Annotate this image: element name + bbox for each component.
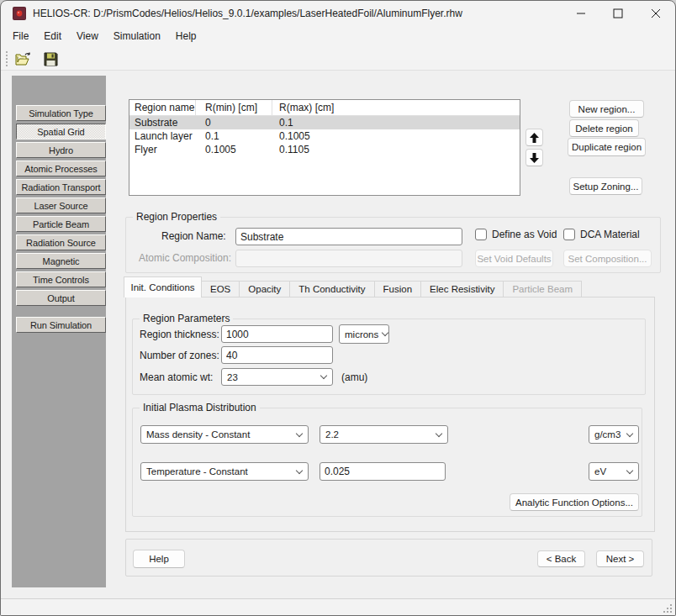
region-thickness-label: Region thickness:: [140, 329, 219, 340]
table-row-substrate[interactable]: Substrate 0 0.1: [129, 116, 520, 129]
region-parameters-group: Region Parameters Region thickness: micr…: [132, 319, 646, 395]
delete-region-button[interactable]: Delete region: [569, 119, 639, 137]
cell-rmax: 0.1: [272, 116, 520, 129]
temperature-unit-select[interactable]: eV: [589, 462, 639, 481]
minimize-icon: [576, 8, 586, 18]
chevron-down-icon: [382, 329, 388, 336]
region-properties-title: Region Properties: [133, 211, 220, 223]
sidebar-item-time-controls[interactable]: Time Controls: [16, 271, 106, 287]
dca-material-label: DCA Material: [580, 229, 640, 240]
move-region-up-button[interactable]: [525, 129, 543, 146]
sidebar-item-magnetic[interactable]: Magnetic: [16, 253, 106, 269]
region-properties-group: Region Properties Region Name: Define as…: [125, 217, 661, 273]
tab-opacity[interactable]: Opacity: [239, 281, 290, 297]
region-parameters-title: Region Parameters: [140, 313, 233, 324]
chevron-down-icon: [626, 466, 633, 473]
setup-zoning-button[interactable]: Setup Zoning...: [569, 177, 642, 195]
tab-init-conditions[interactable]: Init. Conditions: [124, 276, 202, 297]
table-row-flyer[interactable]: Flyer 0.1005 0.1105: [129, 143, 520, 156]
menu-edit[interactable]: Edit: [36, 26, 69, 47]
chevron-down-icon: [296, 429, 303, 436]
window-title: HELIOS-CR: D:/PrismCodes/Helios/Helios_9…: [33, 1, 462, 26]
sidebar-item-laser-source[interactable]: Laser Source: [16, 197, 106, 213]
close-button[interactable]: [636, 1, 675, 26]
atomic-composition-label: Atomic Composition:: [139, 252, 231, 264]
tab-bar: Init. Conditions EOS Opacity Th Conducti…: [124, 276, 582, 297]
initial-plasma-group: Initial Plasma Distribution Mass density…: [132, 408, 642, 517]
region-thickness-input[interactable]: [221, 325, 333, 343]
help-button[interactable]: Help: [133, 550, 185, 568]
temperature-value-input[interactable]: [320, 462, 446, 481]
column-region-name: Region name: [129, 100, 196, 116]
thickness-unit-select[interactable]: microns: [339, 324, 389, 344]
tab-elec-resistivity[interactable]: Elec Resistivity: [420, 281, 504, 297]
mean-atomic-wt-select[interactable]: 23: [221, 368, 333, 386]
arrow-up-icon: [530, 133, 539, 143]
define-as-void-option[interactable]: Define as Void: [475, 229, 557, 240]
open-file-button[interactable]: [13, 50, 32, 68]
next-button[interactable]: Next >: [596, 550, 644, 567]
duplicate-region-button[interactable]: Duplicate region: [568, 138, 646, 156]
density-mode-value: Mass density - Constant: [146, 429, 250, 440]
dca-material-checkbox[interactable]: [563, 229, 575, 240]
dca-material-option[interactable]: DCA Material: [563, 229, 640, 240]
cell-rmax: 0.1005: [272, 129, 520, 143]
sidebar-item-atomic-processes[interactable]: Atomic Processes: [16, 161, 106, 176]
resize-grip-icon[interactable]: [662, 603, 673, 613]
tab-page-init-conditions: Region Parameters Region thickness: micr…: [125, 297, 655, 532]
maximize-button[interactable]: [599, 1, 636, 26]
menu-help[interactable]: Help: [168, 26, 204, 47]
sidebar-item-particle-beam[interactable]: Particle Beam: [16, 216, 106, 232]
save-file-icon: [44, 52, 58, 66]
toolbar: [1, 47, 675, 71]
regions-table-header: Region name R(min) [cm] R(max) [cm]: [129, 100, 520, 116]
temperature-mode-select[interactable]: Temperature - Constant: [140, 462, 309, 481]
density-mode-select[interactable]: Mass density - Constant: [140, 425, 309, 444]
tab-fusion[interactable]: Fusion: [374, 281, 422, 297]
sidebar-item-spatial-grid[interactable]: Spatial Grid: [16, 124, 106, 140]
client-area: Simulation Type Spatial Grid Hydro Atomi…: [1, 71, 675, 598]
sidebar-item-radiation-transport[interactable]: Radiation Transport: [16, 179, 106, 195]
density-unit-select[interactable]: g/cm3: [589, 425, 639, 444]
new-region-button[interactable]: New region...: [569, 100, 644, 118]
sidebar-item-simulation-type[interactable]: Simulation Type: [16, 105, 106, 121]
density-value-select[interactable]: 2.2: [320, 425, 448, 444]
save-file-button[interactable]: [41, 50, 60, 68]
cell-rmin: 0.1005: [196, 143, 272, 156]
cell-name: Launch layer: [129, 129, 196, 143]
menu-file[interactable]: File: [5, 26, 36, 47]
menu-view[interactable]: View: [69, 26, 106, 47]
run-simulation-button[interactable]: Run Simulation: [16, 317, 106, 333]
sidebar: Simulation Type Spatial Grid Hydro Atomi…: [12, 76, 106, 587]
region-name-input[interactable]: [235, 228, 462, 245]
cell-rmin: 0.1: [196, 129, 272, 143]
number-of-zones-input[interactable]: [221, 346, 333, 364]
set-composition-button: Set Composition...: [563, 250, 652, 267]
open-file-icon: [15, 52, 31, 66]
table-row-launch-layer[interactable]: Launch layer 0.1 0.1005: [129, 129, 520, 143]
region-name-label: Region Name:: [161, 230, 226, 242]
sidebar-item-hydro[interactable]: Hydro: [16, 142, 106, 158]
regions-table[interactable]: Region name R(min) [cm] R(max) [cm] Subs…: [129, 99, 520, 196]
tab-th-conductivity[interactable]: Th Conductivity: [289, 281, 374, 297]
tab-eos[interactable]: EOS: [201, 281, 240, 297]
back-button[interactable]: < Back: [537, 550, 585, 567]
window-controls: [562, 1, 675, 26]
atomic-composition-input: [235, 250, 462, 267]
density-value: 2.2: [325, 429, 339, 440]
move-region-down-button[interactable]: [525, 149, 543, 166]
sidebar-item-radiation-source[interactable]: Radiation Source: [16, 234, 106, 250]
column-rmin: R(min) [cm]: [196, 100, 272, 116]
define-as-void-label: Define as Void: [492, 229, 557, 240]
analytic-function-options-button[interactable]: Analytic Function Options...: [510, 493, 639, 511]
menu-simulation[interactable]: Simulation: [106, 26, 168, 47]
titlebar: HELIOS-CR: D:/PrismCodes/Helios/Helios_9…: [1, 1, 675, 26]
chevron-down-icon: [320, 372, 327, 379]
close-icon: [651, 8, 661, 18]
minimize-button[interactable]: [562, 1, 599, 26]
cell-name: Flyer: [129, 143, 196, 156]
define-as-void-checkbox[interactable]: [475, 229, 487, 240]
temperature-unit-value: eV: [594, 466, 606, 476]
footer-bar: Help < Back Next >: [125, 539, 652, 577]
sidebar-item-output[interactable]: Output: [16, 290, 106, 306]
